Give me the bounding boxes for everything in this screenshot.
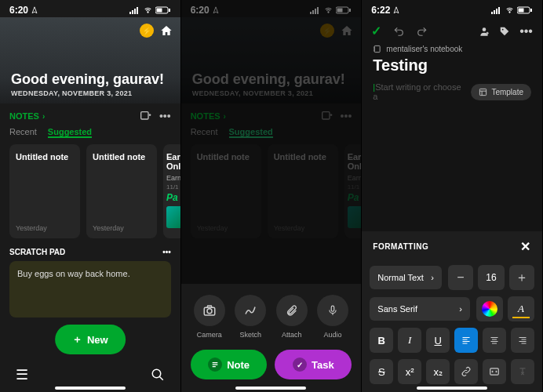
link-button[interactable] — [454, 359, 478, 384]
note-body-input[interactable]: |Start writing or choose a — [373, 82, 465, 101]
upgrade-icon[interactable]: ⚡ — [320, 24, 334, 38]
status-bar: 6:20 — [181, 0, 362, 17]
svg-rect-24 — [496, 9, 497, 14]
attach-camera[interactable]: Camera — [194, 295, 225, 339]
more-icon[interactable]: ••• — [519, 24, 533, 38]
align-center-button[interactable] — [483, 328, 506, 353]
notes-cards[interactable]: Untitled note Yesterday Untitled note Ye… — [0, 144, 180, 238]
note-title: Untitled note — [93, 152, 151, 162]
template-chip[interactable]: Template — [471, 84, 531, 100]
subscript-button[interactable]: x₂ — [426, 359, 450, 384]
svg-rect-12 — [315, 9, 316, 14]
text-color-button[interactable] — [476, 296, 503, 321]
font-size-stepper: − 16 ＋ — [448, 265, 534, 290]
svg-rect-33 — [375, 45, 381, 52]
code-block-button[interactable] — [483, 359, 506, 384]
bold-button[interactable]: B — [370, 328, 393, 353]
decrease-size-button[interactable]: − — [448, 265, 473, 290]
wifi-icon — [143, 6, 153, 14]
location-icon — [212, 6, 220, 14]
attach-sketch[interactable]: Sketch — [235, 295, 266, 339]
hero-banner: ⚡ Good evening, gaurav! WEDNESDAY, NOVEM… — [0, 17, 180, 103]
highlight-color-button[interactable]: A — [508, 296, 534, 321]
hero-banner: ⚡ Good evening, gaurav! WEDNESDAY, NOVEM… — [181, 17, 362, 103]
underline-button[interactable]: U — [426, 328, 450, 353]
menu-icon[interactable]: ☰ — [16, 366, 28, 383]
home-icon[interactable] — [341, 24, 353, 37]
notes-heading[interactable]: NOTES› — [9, 111, 45, 121]
note-title-input[interactable]: Testing — [362, 53, 542, 81]
increase-size-button[interactable]: ＋ — [509, 265, 534, 290]
wifi-icon — [505, 6, 515, 14]
home-screen: 6:20 ⚡ Good evening, gaurav! WEDNESDAY, … — [0, 0, 181, 392]
scratch-heading: SCRATCH PAD — [9, 248, 65, 256]
editor-toolbar: ✓ ••• — [362, 17, 542, 45]
notes-section-header: NOTES› ••• — [0, 103, 180, 122]
svg-rect-29 — [530, 9, 532, 12]
share-icon[interactable] — [479, 26, 490, 37]
promo-image — [166, 206, 181, 228]
scratch-pad-input[interactable]: Buy eggs on way back home. — [9, 261, 171, 318]
tag-icon[interactable] — [499, 26, 510, 37]
notebook-breadcrumb[interactable]: mentaliser's notebook — [362, 45, 542, 53]
align-left-button[interactable] — [454, 328, 478, 353]
superscript-button[interactable]: x² — [398, 359, 421, 384]
svg-point-14 — [328, 12, 329, 13]
tab-recent[interactable]: Recent — [9, 127, 37, 138]
promo-card[interactable]: Ear Onl Earn 11/1 Pa — [163, 144, 181, 238]
home-indicator[interactable] — [235, 387, 306, 390]
tab-suggested: Suggested — [229, 127, 273, 138]
svg-rect-1 — [132, 10, 133, 14]
upgrade-icon[interactable]: ⚡ — [140, 24, 154, 38]
filter-icon[interactable] — [139, 110, 151, 122]
undo-icon[interactable] — [392, 26, 405, 37]
italic-button[interactable]: I — [398, 328, 421, 353]
svg-rect-16 — [337, 9, 343, 13]
more-icon[interactable]: ••• — [162, 248, 171, 256]
create-task-button[interactable]: ✓Task — [275, 350, 352, 379]
note-card[interactable]: Untitled note Yesterday — [86, 144, 157, 238]
font-family-select[interactable]: Sans Serif› — [370, 297, 470, 321]
location-icon — [31, 6, 38, 14]
format-buttons-row-1: B I U — [362, 325, 542, 356]
new-button[interactable]: ＋ New — [55, 325, 126, 354]
battery-icon — [155, 6, 171, 14]
svg-rect-13 — [317, 7, 319, 14]
search-icon[interactable] — [151, 368, 165, 382]
greeting-text: Good evening, gaurav! — [192, 71, 351, 88]
svg-rect-10 — [310, 12, 312, 14]
tab-recent: Recent — [191, 127, 218, 138]
home-indicator[interactable] — [417, 387, 487, 390]
status-bar: 6:20 — [0, 0, 180, 17]
strikethrough-button[interactable]: S — [370, 359, 393, 384]
svg-point-4 — [148, 12, 148, 13]
redo-icon[interactable] — [416, 26, 428, 37]
more-icon[interactable]: ••• — [159, 110, 171, 122]
svg-rect-8 — [141, 112, 148, 119]
align-right-button[interactable] — [511, 328, 534, 353]
close-icon[interactable]: ✕ — [520, 239, 531, 254]
svg-rect-0 — [129, 12, 131, 14]
text-style-select[interactable]: Normal Text› — [370, 266, 442, 289]
home-icon[interactable] — [160, 24, 173, 37]
formatting-sheet: FORMATTING ✕ Normal Text› − 16 ＋ Sans Se… — [362, 231, 542, 392]
svg-rect-22 — [491, 12, 493, 14]
svg-point-20 — [207, 309, 212, 314]
notebook-icon — [373, 45, 381, 53]
note-date: Yesterday — [16, 224, 47, 232]
date-text: WEDNESDAY, NOVEMBER 3, 2021 — [11, 89, 169, 97]
notes-section-header: NOTES› ••• — [181, 103, 362, 122]
attach-audio[interactable]: Audio — [317, 295, 348, 339]
signal-icon — [129, 6, 140, 14]
svg-point-26 — [509, 12, 510, 13]
note-card[interactable]: Untitled note Yesterday — [9, 144, 80, 238]
done-icon[interactable]: ✓ — [371, 24, 381, 38]
note-title: Untitled note — [16, 152, 74, 162]
clear-format-button[interactable] — [511, 359, 534, 384]
battery-icon — [517, 6, 533, 14]
home-indicator[interactable] — [55, 387, 126, 390]
tab-suggested[interactable]: Suggested — [48, 127, 92, 138]
create-note-button[interactable]: Note — [191, 350, 268, 379]
attach-file[interactable]: Attach — [276, 295, 308, 339]
svg-point-32 — [502, 28, 504, 30]
